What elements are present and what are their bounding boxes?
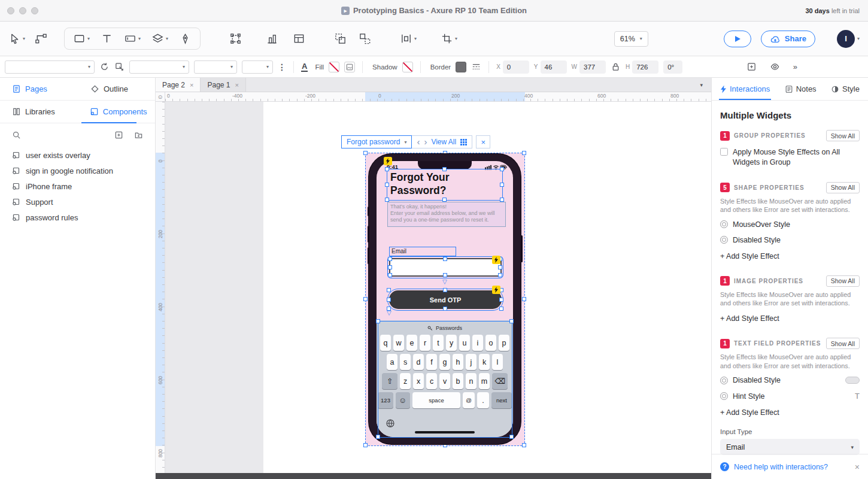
- crop-mask-button[interactable]: ▾: [441, 32, 457, 45]
- component-item[interactable]: user exists overlay: [0, 147, 155, 163]
- placeholder-tool-button[interactable]: ▾: [124, 32, 141, 45]
- height-field[interactable]: 726: [632, 60, 658, 74]
- selection-handle[interactable]: [385, 198, 389, 202]
- text-tool-button[interactable]: [101, 32, 113, 45]
- close-tab-icon[interactable]: ×: [235, 81, 239, 89]
- selection-handle[interactable]: [443, 257, 447, 261]
- tab-style[interactable]: Style: [831, 78, 860, 100]
- add-component-icon[interactable]: [114, 131, 123, 140]
- selection-handle[interactable]: [363, 297, 368, 301]
- font-size-select[interactable]: ▾: [242, 60, 273, 74]
- selection-handle[interactable]: [442, 167, 447, 171]
- tab-outline[interactable]: Outline: [90, 84, 128, 93]
- show-all-button[interactable]: Show All: [826, 338, 860, 349]
- selection-handle[interactable]: [500, 167, 504, 171]
- horizontal-scrollbar[interactable]: [156, 473, 711, 479]
- close-window-button[interactable]: [7, 7, 14, 14]
- input-type-select[interactable]: Email ▾: [720, 439, 860, 455]
- keyboard-widget[interactable]: Passwords qwertyuiopasdfghjkl⇧zxcvbnm⌫12…: [377, 320, 513, 437]
- component-item[interactable]: iPhone frame: [0, 178, 155, 194]
- zoom-select[interactable]: 61% ▾: [614, 31, 648, 47]
- selection-handle[interactable]: [363, 151, 368, 155]
- connector-tool-button[interactable]: [35, 32, 47, 45]
- ungroup-button[interactable]: [359, 32, 371, 45]
- heading-widget[interactable]: Forgot Your Password?: [387, 169, 503, 201]
- selection-handle[interactable]: [385, 183, 389, 187]
- y-field[interactable]: 46: [541, 60, 567, 74]
- style-effect-row[interactable]: Hint Style T: [712, 388, 868, 404]
- next-button[interactable]: ›: [424, 139, 427, 145]
- zoom-window-button[interactable]: [31, 7, 38, 14]
- selection-handle[interactable]: [388, 273, 392, 277]
- selection-handle[interactable]: [499, 298, 503, 302]
- selection-handle[interactable]: [522, 297, 526, 301]
- ruler-origin-toggle[interactable]: ⊙: [156, 92, 165, 102]
- width-field[interactable]: 377: [579, 60, 606, 74]
- vertical-ruler[interactable]: 0200400600800: [156, 102, 165, 479]
- copy-style-button[interactable]: [114, 62, 125, 72]
- x-field[interactable]: 0: [503, 60, 529, 74]
- add-style-effect-button[interactable]: + Add Style Effect: [712, 248, 868, 265]
- style-effect-row[interactable]: Disabled Style: [712, 232, 868, 248]
- master-tool-button[interactable]: ▾: [151, 32, 168, 45]
- previous-button[interactable]: ‹: [417, 139, 420, 145]
- rectangle-tool-button[interactable]: ▾: [73, 32, 90, 45]
- visibility-button[interactable]: [770, 62, 780, 72]
- apply-mouse-style-checkbox[interactable]: [720, 148, 728, 156]
- style-effect-row[interactable]: MouseOver Style: [712, 217, 868, 232]
- interaction-badge[interactable]: [492, 256, 500, 264]
- selection-handle[interactable]: [499, 307, 503, 311]
- tab-interactions[interactable]: Interactions: [720, 78, 770, 100]
- lock-aspect-button[interactable]: [611, 62, 621, 72]
- view-all-button[interactable]: View All: [431, 138, 456, 146]
- transform-points-button[interactable]: [229, 32, 242, 45]
- show-all-button[interactable]: Show All: [826, 275, 860, 287]
- update-style-button[interactable]: [99, 62, 110, 72]
- preview-button[interactable]: [724, 31, 751, 47]
- overflow-chevrons-button[interactable]: »: [793, 62, 797, 71]
- select-tool-button[interactable]: ▾: [8, 32, 25, 45]
- close-tab-icon[interactable]: ×: [190, 81, 193, 89]
- interaction-badge[interactable]: [384, 157, 392, 165]
- selection-handle[interactable]: [522, 443, 526, 447]
- tab-page-2[interactable]: Page 2 ×: [156, 78, 201, 92]
- add-folder-icon[interactable]: [134, 131, 143, 140]
- email-label-widget[interactable]: Email: [389, 247, 456, 256]
- interaction-badge[interactable]: [492, 286, 500, 294]
- component-item[interactable]: sign in google notification: [0, 163, 155, 178]
- style-effect-row[interactable]: Disabled Style: [712, 372, 868, 388]
- selection-handle[interactable]: [387, 307, 391, 311]
- share-button[interactable]: Share: [761, 31, 815, 47]
- component-select[interactable]: Forgot password ▾: [341, 135, 412, 148]
- phone-screen[interactable]: 9:41 Forgot Your Password? That's okay, …: [377, 161, 513, 437]
- selection-handle[interactable]: [442, 198, 447, 202]
- add-style-effect-button[interactable]: + Add Style Effect: [712, 404, 868, 421]
- tab-pages[interactable]: Pages: [12, 84, 47, 93]
- selection-handle[interactable]: [388, 265, 392, 269]
- component-item[interactable]: Support: [0, 194, 155, 210]
- dismiss-help-icon[interactable]: ×: [855, 462, 860, 472]
- help-link[interactable]: Need help with interactions?: [734, 463, 850, 471]
- more-text-options-button[interactable]: ⋮: [278, 62, 286, 72]
- email-input-widget[interactable]: [389, 258, 502, 277]
- selection-handle[interactable]: [443, 273, 447, 277]
- grid-view-icon[interactable]: [460, 139, 467, 145]
- selection-handle[interactable]: [388, 257, 392, 261]
- account-menu[interactable]: I ▾: [837, 30, 860, 48]
- add-corner-button[interactable]: [746, 62, 757, 72]
- tab-libraries[interactable]: Libraries: [12, 107, 55, 116]
- fill-color-swatch[interactable]: [329, 62, 339, 72]
- component-item[interactable]: password rules: [0, 210, 155, 225]
- widget-style-select[interactable]: ▾: [5, 60, 95, 74]
- search-icon[interactable]: [12, 131, 21, 140]
- selection-handle[interactable]: [498, 265, 502, 269]
- selection-handle[interactable]: [443, 288, 447, 292]
- selection-handle[interactable]: [443, 307, 447, 311]
- selection-handle[interactable]: [500, 198, 504, 202]
- tab-notes[interactable]: Notes: [785, 78, 817, 100]
- border-style-button[interactable]: [471, 62, 481, 72]
- send-otp-button-widget[interactable]: Send OTP: [389, 290, 502, 309]
- fill-image-swatch[interactable]: [344, 62, 355, 72]
- selection-handle[interactable]: [363, 443, 368, 447]
- minimize-window-button[interactable]: [19, 7, 26, 14]
